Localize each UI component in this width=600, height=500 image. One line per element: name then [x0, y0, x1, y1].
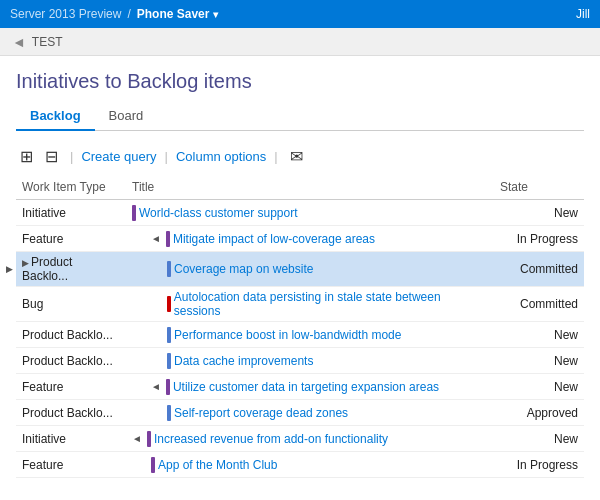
expand-all-button[interactable]: ⊞	[16, 145, 37, 168]
cell-type: Bug	[16, 287, 126, 322]
breadcrumb-label: TEST	[32, 35, 63, 49]
page-title: Initiatives to Backlog items	[16, 70, 584, 93]
table-row[interactable]: ▶Product Backlo...Coverage map on websit…	[16, 252, 584, 287]
nav-user[interactable]: Jill	[576, 7, 590, 21]
cell-state: New	[494, 348, 584, 374]
cell-type: ▶Product Backlo...	[16, 252, 126, 287]
top-nav-bar: Server 2013 Preview / Phone Saver ▾ Jill	[0, 0, 600, 28]
work-item-title[interactable]: Self-report coverage dead zones	[174, 406, 348, 420]
collapse-arrow-icon[interactable]: ◄	[151, 233, 161, 244]
breadcrumb-back-icon[interactable]: ◄	[12, 34, 26, 50]
nav-separator: /	[127, 7, 130, 21]
cell-type: Product Backlo...	[16, 348, 126, 374]
cell-state: New	[494, 374, 584, 400]
toolbar-divider-1: |	[70, 149, 73, 164]
table-row[interactable]: BugAutolocation data persisting in stale…	[16, 287, 584, 322]
toolbar-divider-2: |	[165, 149, 168, 164]
collapse-arrow-icon[interactable]: ◄	[132, 433, 142, 444]
work-item-color-bar	[166, 231, 170, 247]
tabs-container: Backlog Board	[16, 103, 584, 131]
work-item-title[interactable]: Mitigate impact of low-coverage areas	[173, 232, 375, 246]
cell-type: Product Backlo...	[16, 322, 126, 348]
cell-type: Feature	[16, 226, 126, 252]
cell-title: World-class customer support	[126, 200, 494, 226]
cell-state: Committed	[494, 252, 584, 287]
cell-type: Feature	[16, 374, 126, 400]
collapse-arrow-icon[interactable]: ◄	[151, 381, 161, 392]
work-item-color-bar	[132, 205, 136, 221]
toolbar-divider-3: |	[274, 149, 277, 164]
work-item-title[interactable]: Data cache improvements	[174, 354, 313, 368]
cell-title: Data cache improvements	[126, 348, 494, 374]
table-row[interactable]: Feature◄Utilize customer data in targeti…	[16, 374, 584, 400]
table-row[interactable]: Initiative◄Increased revenue from add-on…	[16, 426, 584, 452]
cell-type: Initiative	[16, 200, 126, 226]
work-item-color-bar	[167, 353, 171, 369]
project-dropdown-icon: ▾	[213, 9, 218, 20]
work-item-color-bar	[151, 457, 155, 473]
table-body: InitiativeWorld-class customer supportNe…	[16, 200, 584, 478]
table-row[interactable]: Product Backlo...Performance boost in lo…	[16, 322, 584, 348]
collapse-all-button[interactable]: ⊟	[41, 145, 62, 168]
nav-project-label[interactable]: Phone Saver ▾	[137, 7, 219, 21]
tab-backlog[interactable]: Backlog	[16, 103, 95, 131]
col-header-type: Work Item Type	[16, 176, 126, 200]
work-item-title[interactable]: Coverage map on website	[174, 262, 313, 276]
work-item-title[interactable]: Utilize customer data in targeting expan…	[173, 380, 439, 394]
col-header-state: State	[494, 176, 584, 200]
cell-title: Autolocation data persisting in stale st…	[126, 287, 494, 322]
work-item-title[interactable]: App of the Month Club	[158, 458, 277, 472]
tab-board[interactable]: Board	[95, 103, 158, 131]
cell-state: New	[494, 200, 584, 226]
cell-type: Feature	[16, 452, 126, 478]
work-item-color-bar	[147, 431, 151, 447]
table-row[interactable]: InitiativeWorld-class customer supportNe…	[16, 200, 584, 226]
cell-state: In Progress	[494, 452, 584, 478]
page-content: Initiatives to Backlog items Backlog Boa…	[0, 56, 600, 478]
nav-app-label: Server 2013 Preview	[10, 7, 121, 21]
email-button[interactable]: ✉	[286, 145, 307, 168]
cell-title: ◄Utilize customer data in targeting expa…	[126, 374, 494, 400]
toolbar: ⊞ ⊟ | Create query | Column options | ✉	[16, 139, 584, 176]
column-options-link[interactable]: Column options	[176, 149, 266, 164]
work-item-title[interactable]: Autolocation data persisting in stale st…	[174, 290, 488, 318]
work-item-title[interactable]: Increased revenue from add-on functional…	[154, 432, 388, 446]
cell-title: Coverage map on website	[126, 252, 494, 287]
cell-type: Initiative	[16, 426, 126, 452]
work-items-table: Work Item Type Title State InitiativeWor…	[16, 176, 584, 478]
table-row[interactable]: Product Backlo...Data cache improvements…	[16, 348, 584, 374]
work-item-color-bar	[167, 261, 171, 277]
cell-title: App of the Month Club	[126, 452, 494, 478]
cell-title: ◄Increased revenue from add-on functiona…	[126, 426, 494, 452]
work-item-color-bar	[167, 327, 171, 343]
work-item-title[interactable]: World-class customer support	[139, 206, 298, 220]
cell-state: Committed	[494, 287, 584, 322]
cell-title: Self-report coverage dead zones	[126, 400, 494, 426]
cell-state: New	[494, 426, 584, 452]
selected-row-indicator: ▶	[22, 258, 29, 268]
create-query-link[interactable]: Create query	[81, 149, 156, 164]
cell-title: Performance boost in low-bandwidth mode	[126, 322, 494, 348]
cell-type: Product Backlo...	[16, 400, 126, 426]
cell-state: In Progress	[494, 226, 584, 252]
col-header-title: Title	[126, 176, 494, 200]
breadcrumb-bar: ◄ TEST	[0, 28, 600, 56]
table-row[interactable]: Product Backlo...Self-report coverage de…	[16, 400, 584, 426]
work-item-color-bar	[166, 379, 170, 395]
cell-title: ◄Mitigate impact of low-coverage areas	[126, 226, 494, 252]
work-item-title[interactable]: Performance boost in low-bandwidth mode	[174, 328, 401, 342]
cell-state: Approved	[494, 400, 584, 426]
table-row[interactable]: FeatureApp of the Month ClubIn Progress	[16, 452, 584, 478]
work-item-color-bar	[167, 405, 171, 421]
table-row[interactable]: Feature◄Mitigate impact of low-coverage …	[16, 226, 584, 252]
cell-state: New	[494, 322, 584, 348]
work-item-color-bar	[167, 296, 171, 312]
table-header: Work Item Type Title State	[16, 176, 584, 200]
